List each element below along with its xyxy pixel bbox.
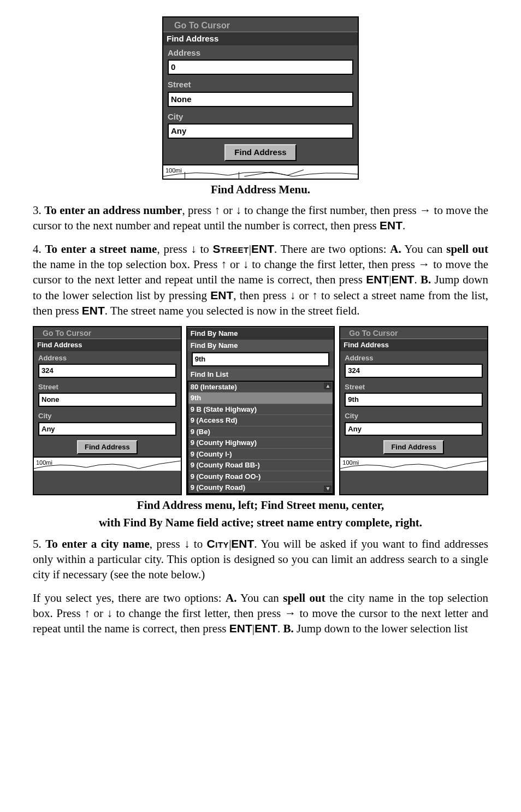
figure2-row: Go To Cursor Find Address Address 324 St… bbox=[33, 326, 488, 495]
results-list[interactable]: ▲ 80 (Interstate) 9th 9 B (State Highway… bbox=[187, 381, 334, 494]
ent-key: ENT bbox=[210, 289, 233, 301]
address-label: Address bbox=[163, 45, 358, 60]
list-item[interactable]: 9 (Access Rd) bbox=[188, 415, 333, 426]
scale-bar: 100mi bbox=[34, 457, 181, 471]
find-address-button[interactable]: Find Address bbox=[224, 144, 296, 161]
right-arrow-icon: → bbox=[285, 607, 296, 619]
ent-key: ENT bbox=[231, 537, 254, 550]
list-item[interactable]: 9 (County Road) bbox=[188, 482, 333, 493]
scale-text: 100mi bbox=[342, 459, 359, 467]
scale-text: 100mi bbox=[165, 167, 182, 175]
panel-title: Find By Name bbox=[187, 327, 334, 340]
down-arrow-icon: ↓ bbox=[235, 204, 241, 216]
right-arrow-icon: → bbox=[419, 204, 431, 216]
step5-paragraph: 5. To enter a city name, press ↓ to City… bbox=[33, 536, 488, 583]
find-address-button[interactable]: Find Address bbox=[383, 440, 444, 454]
list-item[interactable]: 9th bbox=[188, 393, 333, 404]
city-input[interactable]: Any bbox=[345, 422, 483, 436]
street-input[interactable]: None bbox=[38, 393, 176, 407]
ent-key: ENT bbox=[229, 622, 252, 635]
city-label: City bbox=[163, 109, 358, 123]
list-item[interactable]: 9 (County I-) bbox=[188, 449, 333, 460]
find-address-button[interactable]: Find Address bbox=[77, 440, 138, 454]
city-key: City bbox=[207, 537, 229, 550]
ent-key: ENT bbox=[366, 273, 389, 286]
address-label: Address bbox=[34, 351, 181, 364]
street-input[interactable]: 9th bbox=[345, 393, 483, 407]
list-label: Find In List bbox=[187, 369, 334, 381]
city-input[interactable]: Any bbox=[168, 123, 353, 139]
scale-text: 100mi bbox=[36, 459, 52, 467]
list-item[interactable]: 80 (Interstate) bbox=[188, 382, 333, 393]
step3-paragraph: 3. To enter an address number, press ↑ o… bbox=[33, 203, 488, 234]
find-address-left-screenshot: Go To Cursor Find Address Address 324 St… bbox=[33, 326, 182, 495]
list-item[interactable]: 9 (Be) bbox=[188, 426, 333, 438]
down-arrow-icon: ↓ bbox=[184, 537, 190, 550]
find-address-right-screenshot: Go To Cursor Find Address Address 324 St… bbox=[339, 326, 488, 495]
options-paragraph: If you select yes, there are two options… bbox=[33, 590, 488, 637]
up-arrow-icon: ↑ bbox=[312, 289, 318, 301]
down-arrow-icon: ↓ bbox=[290, 289, 296, 301]
street-key: Street bbox=[213, 242, 249, 255]
ent-key: ENT bbox=[82, 304, 105, 317]
figure2-caption-line1: Find Address menu, left; Find Street men… bbox=[33, 497, 488, 513]
ent-key: ENT bbox=[254, 622, 277, 635]
down-arrow-icon: ↓ bbox=[243, 258, 249, 270]
city-label: City bbox=[34, 409, 181, 422]
down-arrow-icon: ↓ bbox=[106, 607, 113, 619]
address-input[interactable]: 0 bbox=[168, 60, 353, 75]
scroll-up-icon[interactable]: ▲ bbox=[324, 383, 331, 389]
step4-paragraph: 4. To enter a street name, press ↓ to St… bbox=[33, 241, 488, 319]
list-item[interactable]: 9 (County Road BB-) bbox=[188, 460, 333, 471]
address-label: Address bbox=[340, 351, 487, 364]
up-arrow-icon: ↑ bbox=[221, 258, 227, 270]
up-arrow-icon: ↑ bbox=[215, 204, 221, 216]
street-label: Street bbox=[340, 380, 487, 393]
scroll-down-icon[interactable]: ▼ bbox=[324, 485, 331, 492]
scale-bar: 100mi bbox=[163, 164, 358, 179]
scale-bar: 100mi bbox=[340, 457, 487, 471]
street-input[interactable]: None bbox=[168, 92, 353, 107]
ghost-title: Go To Cursor bbox=[340, 327, 487, 339]
figure2-caption-line2: with Find By Name field active; street n… bbox=[33, 515, 488, 530]
city-input[interactable]: Any bbox=[38, 422, 176, 436]
city-label: City bbox=[340, 409, 487, 422]
ghost-title: Go To Cursor bbox=[34, 327, 181, 339]
panel-title: Find Address bbox=[340, 339, 487, 351]
up-arrow-icon: ↑ bbox=[84, 607, 90, 619]
ent-key: ENT bbox=[380, 219, 402, 232]
ghost-title: Go To Cursor bbox=[163, 17, 358, 32]
list-item[interactable]: 9 B (State Highway) bbox=[188, 404, 333, 416]
panel-title: Find Address bbox=[163, 32, 358, 45]
street-label: Street bbox=[163, 77, 358, 91]
sub-panel-title: Find By Name bbox=[187, 340, 334, 352]
list-item[interactable]: 9 (County Highway) bbox=[188, 437, 333, 449]
name-input[interactable]: 9th bbox=[192, 352, 330, 366]
address-input[interactable]: 324 bbox=[345, 364, 483, 378]
ent-key: ENT bbox=[251, 242, 274, 255]
street-label: Street bbox=[34, 380, 181, 393]
find-address-screenshot: Go To Cursor Find Address Address 0 Stre… bbox=[162, 16, 359, 180]
ent-key: ENT bbox=[391, 273, 414, 286]
find-by-name-screenshot: Find By Name Find By Name 9th Find In Li… bbox=[186, 326, 335, 495]
address-input[interactable]: 324 bbox=[38, 364, 176, 378]
right-arrow-icon: → bbox=[418, 258, 430, 270]
figure1-caption: Find Address Menu. bbox=[33, 182, 488, 197]
list-item[interactable]: 9 (County Road OO-) bbox=[188, 471, 333, 483]
panel-title: Find Address bbox=[34, 339, 181, 351]
down-arrow-icon: ↓ bbox=[191, 242, 197, 255]
